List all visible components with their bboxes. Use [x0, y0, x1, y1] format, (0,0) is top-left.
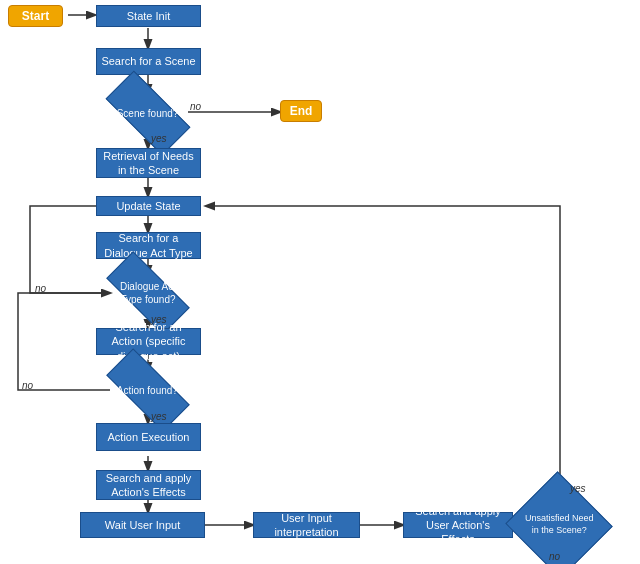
label-no-dialogue: no	[35, 283, 46, 294]
search-apply-user-node: Search and apply User Action's Effects	[403, 512, 513, 538]
retrieval-needs-node: Retrieval of Needs in the Scene	[96, 148, 201, 178]
update-state-node: Update State	[96, 196, 201, 216]
label-no-action: no	[22, 380, 33, 391]
search-action-node: Search for an Action (specific dialogue …	[96, 328, 201, 355]
label-no-scene: no	[190, 101, 201, 112]
label-yes-action: yes	[151, 411, 167, 422]
label-no-unsatisfied: no	[549, 551, 560, 562]
scene-found-node: Scene found?	[106, 71, 191, 156]
end-node: End	[280, 100, 322, 122]
label-yes-dialogue: yes	[151, 314, 167, 325]
wait-user-input-node: Wait User Input	[80, 512, 205, 538]
action-execution-node: Action Execution	[96, 423, 201, 451]
flowchart-diagram: Start State Init Search for a Scene Scen…	[0, 0, 640, 564]
label-yes-scene: yes	[151, 133, 167, 144]
state-init-node: State Init	[96, 5, 201, 27]
user-input-interp-node: User Input interpretation	[253, 512, 360, 538]
search-scene-node: Search for a Scene	[96, 48, 201, 75]
start-node: Start	[8, 5, 63, 27]
search-dialogue-node: Search for a Dialogue Act Type	[96, 232, 201, 259]
search-apply-effects-node: Search and apply Action's Effects	[96, 470, 201, 500]
label-yes-unsatisfied: yes	[570, 483, 586, 494]
